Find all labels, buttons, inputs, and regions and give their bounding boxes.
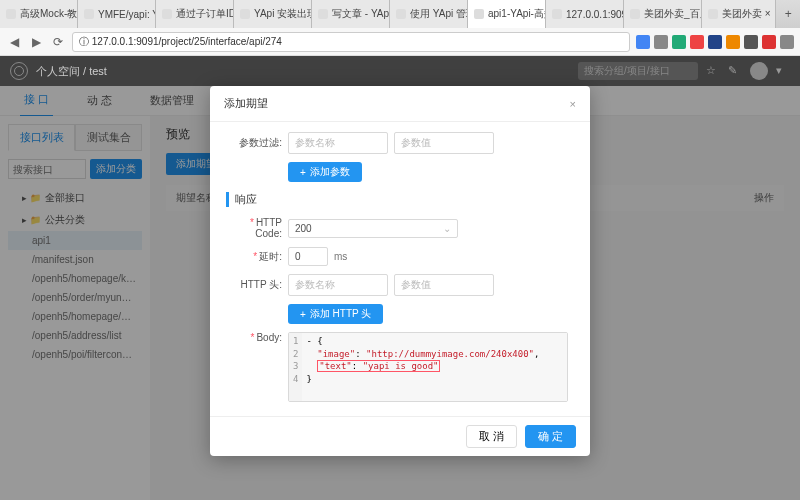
param-name-input[interactable]: 参数名称	[288, 132, 388, 154]
browser-tab[interactable]: 写文章 - YApi Ji. ×	[312, 0, 390, 28]
line-gutter: 1234	[289, 333, 302, 401]
cancel-button[interactable]: 取 消	[466, 425, 517, 448]
browser-tab[interactable]: 127.0.0.1:9091/ ×	[546, 0, 624, 28]
delay-unit: ms	[334, 251, 347, 262]
extension-icon[interactable]	[672, 35, 686, 49]
label-delay: 延时:	[226, 250, 282, 264]
avatar[interactable]	[750, 62, 768, 80]
add-param-button[interactable]: +添加参数	[288, 162, 362, 182]
browser-tab[interactable]: 美团外卖_百度搜 ×	[624, 0, 702, 28]
forward-button[interactable]: ▶	[28, 34, 44, 50]
modal-title: 添加期望	[224, 96, 268, 111]
chevron-down-icon[interactable]: ▾	[776, 64, 790, 78]
label-param-filter: 参数过滤:	[226, 136, 282, 150]
extension-icon[interactable]	[654, 35, 668, 49]
back-button[interactable]: ◀	[6, 34, 22, 50]
new-tab-button[interactable]: +	[776, 0, 800, 28]
label-body: Body:	[226, 332, 282, 343]
browser-tabstrip: 高级Mock-教程 × YMFE/yapi: YApi × 通过子订单ID获取 …	[0, 0, 800, 28]
omnibox[interactable]: ⓘ 127.0.0.1:9091/project/25/interface/ap…	[72, 32, 630, 52]
close-icon[interactable]: ×	[570, 98, 576, 110]
browser-tab[interactable]: 高级Mock-教程 ×	[0, 0, 78, 28]
browser-tab[interactable]: 通过子订单ID获取 ×	[156, 0, 234, 28]
add-expectation-modal: 添加期望 × 参数过滤: 参数名称 参数值 +添加参数 响应 HTTP Code…	[210, 86, 590, 456]
breadcrumb: 个人空间 / test	[36, 64, 107, 79]
browser-tab[interactable]: 使用 YApi 管理 ×	[390, 0, 468, 28]
delay-input[interactable]: 0	[288, 247, 328, 266]
browser-tab[interactable]: 美团外卖 ×	[702, 0, 776, 28]
response-section-title: 响应	[226, 192, 574, 207]
extension-icon[interactable]	[636, 35, 650, 49]
edit-icon[interactable]: ✎	[728, 64, 742, 78]
star-icon[interactable]: ☆	[706, 64, 720, 78]
yapi-logo-icon	[10, 62, 28, 80]
global-search-input[interactable]: 搜索分组/项目/接口	[578, 62, 698, 80]
menu-icon[interactable]	[780, 35, 794, 49]
param-value-input[interactable]: 参数值	[394, 132, 494, 154]
address-bar: ◀ ▶ ⟳ ⓘ 127.0.0.1:9091/project/25/interf…	[0, 28, 800, 56]
browser-tab[interactable]: YApi 安装出现问 ×	[234, 0, 312, 28]
http-code-select[interactable]: 200⌄	[288, 219, 458, 238]
extension-icon[interactable]	[726, 35, 740, 49]
code-content[interactable]: - { "image": "http://dummyimage.com/240x…	[302, 333, 567, 401]
browser-tab[interactable]: api1-YApi-高效 ×	[468, 0, 546, 28]
chevron-down-icon: ⌄	[443, 223, 451, 234]
plus-icon: +	[300, 167, 306, 178]
reload-button[interactable]: ⟳	[50, 34, 66, 50]
extension-icon[interactable]	[744, 35, 758, 49]
label-http-header: HTTP 头:	[226, 278, 282, 292]
body-editor[interactable]: 1234 - { "image": "http://dummyimage.com…	[288, 332, 568, 402]
confirm-button[interactable]: 确 定	[525, 425, 576, 448]
extension-icon[interactable]	[762, 35, 776, 49]
extension-icon[interactable]	[690, 35, 704, 49]
header-name-input[interactable]: 参数名称	[288, 274, 388, 296]
extension-icons	[636, 35, 794, 49]
plus-icon: +	[300, 309, 306, 320]
browser-tab[interactable]: YMFE/yapi: YApi ×	[78, 0, 156, 28]
extension-icon[interactable]	[708, 35, 722, 49]
app-header: 个人空间 / test 搜索分组/项目/接口 ☆ ✎ ▾	[0, 56, 800, 86]
label-http-code: HTTP Code:	[226, 217, 282, 239]
header-value-input[interactable]: 参数值	[394, 274, 494, 296]
add-header-button[interactable]: +添加 HTTP 头	[288, 304, 383, 324]
